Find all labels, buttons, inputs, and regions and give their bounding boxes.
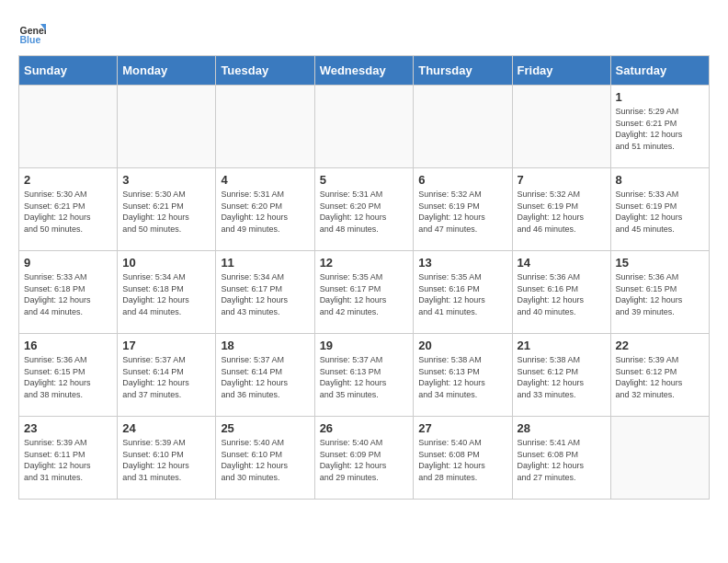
calendar-cell bbox=[118, 86, 216, 168]
calendar-cell: 3Sunrise: 5:30 AM Sunset: 6:21 PM Daylig… bbox=[118, 168, 216, 251]
calendar-cell: 7Sunrise: 5:32 AM Sunset: 6:19 PM Daylig… bbox=[512, 168, 610, 251]
day-info: Sunrise: 5:34 AM Sunset: 6:17 PM Dayligh… bbox=[221, 271, 309, 317]
calendar-cell bbox=[314, 86, 414, 168]
day-info: Sunrise: 5:40 AM Sunset: 6:09 PM Dayligh… bbox=[320, 437, 409, 483]
calendar-table: SundayMondayTuesdayWednesdayThursdayFrid… bbox=[18, 55, 710, 500]
calendar-cell: 17Sunrise: 5:37 AM Sunset: 6:14 PM Dayli… bbox=[118, 334, 216, 417]
calendar-cell bbox=[512, 86, 610, 168]
day-info: Sunrise: 5:36 AM Sunset: 6:15 PM Dayligh… bbox=[616, 271, 704, 317]
column-header-sunday: Sunday bbox=[19, 56, 118, 86]
day-info: Sunrise: 5:36 AM Sunset: 6:16 PM Dayligh… bbox=[518, 271, 606, 317]
calendar-cell bbox=[216, 86, 314, 168]
day-info: Sunrise: 5:30 AM Sunset: 6:21 PM Dayligh… bbox=[122, 189, 210, 235]
calendar-cell: 2Sunrise: 5:30 AM Sunset: 6:21 PM Daylig… bbox=[19, 168, 118, 251]
calendar-header-row: SundayMondayTuesdayWednesdayThursdayFrid… bbox=[19, 56, 710, 86]
calendar-week-1: 2Sunrise: 5:30 AM Sunset: 6:21 PM Daylig… bbox=[19, 168, 710, 251]
calendar-week-0: 1Sunrise: 5:29 AM Sunset: 6:21 PM Daylig… bbox=[19, 86, 710, 168]
day-info: Sunrise: 5:40 AM Sunset: 6:08 PM Dayligh… bbox=[418, 437, 506, 483]
column-header-wednesday: Wednesday bbox=[314, 56, 414, 86]
day-info: Sunrise: 5:30 AM Sunset: 6:21 PM Dayligh… bbox=[24, 189, 112, 235]
day-number: 10 bbox=[122, 256, 210, 270]
day-number: 17 bbox=[122, 339, 210, 352]
column-header-saturday: Saturday bbox=[610, 56, 709, 86]
day-info: Sunrise: 5:36 AM Sunset: 6:15 PM Dayligh… bbox=[24, 354, 112, 400]
day-number: 27 bbox=[418, 421, 506, 435]
day-number: 9 bbox=[24, 256, 112, 270]
day-number: 5 bbox=[320, 173, 409, 187]
calendar-cell: 22Sunrise: 5:39 AM Sunset: 6:12 PM Dayli… bbox=[610, 334, 709, 417]
day-info: Sunrise: 5:40 AM Sunset: 6:10 PM Dayligh… bbox=[221, 437, 309, 483]
calendar-cell: 9Sunrise: 5:33 AM Sunset: 6:18 PM Daylig… bbox=[19, 251, 118, 334]
calendar-cell bbox=[19, 86, 118, 168]
calendar-cell: 13Sunrise: 5:35 AM Sunset: 6:16 PM Dayli… bbox=[414, 251, 512, 334]
calendar-cell: 24Sunrise: 5:39 AM Sunset: 6:10 PM Dayli… bbox=[118, 417, 216, 500]
column-header-thursday: Thursday bbox=[414, 56, 512, 86]
day-info: Sunrise: 5:38 AM Sunset: 6:12 PM Dayligh… bbox=[518, 354, 606, 400]
day-number: 20 bbox=[418, 339, 506, 352]
day-number: 18 bbox=[221, 339, 309, 352]
calendar-cell: 20Sunrise: 5:38 AM Sunset: 6:13 PM Dayli… bbox=[414, 334, 512, 417]
day-number: 24 bbox=[122, 421, 210, 435]
day-info: Sunrise: 5:33 AM Sunset: 6:18 PM Dayligh… bbox=[24, 271, 112, 317]
calendar-cell: 27Sunrise: 5:40 AM Sunset: 6:08 PM Dayli… bbox=[414, 417, 512, 500]
day-number: 16 bbox=[24, 339, 112, 352]
day-info: Sunrise: 5:32 AM Sunset: 6:19 PM Dayligh… bbox=[518, 189, 606, 235]
logo-icon: General Blue bbox=[18, 18, 46, 46]
day-number: 26 bbox=[320, 421, 409, 435]
calendar-cell: 25Sunrise: 5:40 AM Sunset: 6:10 PM Dayli… bbox=[216, 417, 314, 500]
day-info: Sunrise: 5:35 AM Sunset: 6:16 PM Dayligh… bbox=[418, 271, 506, 317]
day-number: 1 bbox=[616, 90, 704, 104]
day-info: Sunrise: 5:41 AM Sunset: 6:08 PM Dayligh… bbox=[518, 437, 606, 483]
day-number: 8 bbox=[616, 173, 704, 187]
calendar-cell bbox=[414, 86, 512, 168]
calendar-cell: 16Sunrise: 5:36 AM Sunset: 6:15 PM Dayli… bbox=[19, 334, 118, 417]
calendar-cell: 18Sunrise: 5:37 AM Sunset: 6:14 PM Dayli… bbox=[216, 334, 314, 417]
day-number: 4 bbox=[221, 173, 309, 187]
day-number: 15 bbox=[616, 256, 704, 270]
calendar-cell: 8Sunrise: 5:33 AM Sunset: 6:19 PM Daylig… bbox=[610, 168, 709, 251]
day-info: Sunrise: 5:37 AM Sunset: 6:14 PM Dayligh… bbox=[122, 354, 210, 400]
calendar-cell: 28Sunrise: 5:41 AM Sunset: 6:08 PM Dayli… bbox=[512, 417, 610, 500]
day-info: Sunrise: 5:32 AM Sunset: 6:19 PM Dayligh… bbox=[418, 189, 506, 235]
svg-text:Blue: Blue bbox=[20, 34, 41, 45]
column-header-tuesday: Tuesday bbox=[216, 56, 314, 86]
day-number: 23 bbox=[24, 421, 112, 435]
calendar-cell: 26Sunrise: 5:40 AM Sunset: 6:09 PM Dayli… bbox=[314, 417, 414, 500]
day-number: 19 bbox=[320, 339, 409, 352]
day-info: Sunrise: 5:31 AM Sunset: 6:20 PM Dayligh… bbox=[320, 189, 409, 235]
day-info: Sunrise: 5:39 AM Sunset: 6:11 PM Dayligh… bbox=[24, 437, 112, 483]
calendar-week-4: 23Sunrise: 5:39 AM Sunset: 6:11 PM Dayli… bbox=[19, 417, 710, 500]
calendar-cell: 15Sunrise: 5:36 AM Sunset: 6:15 PM Dayli… bbox=[610, 251, 709, 334]
day-info: Sunrise: 5:33 AM Sunset: 6:19 PM Dayligh… bbox=[616, 189, 704, 235]
day-number: 7 bbox=[518, 173, 606, 187]
day-info: Sunrise: 5:29 AM Sunset: 6:21 PM Dayligh… bbox=[616, 106, 704, 152]
page-header: General Blue bbox=[18, 18, 710, 46]
day-number: 6 bbox=[418, 173, 506, 187]
calendar-cell bbox=[610, 417, 709, 500]
day-number: 25 bbox=[221, 421, 309, 435]
calendar-cell: 14Sunrise: 5:36 AM Sunset: 6:16 PM Dayli… bbox=[512, 251, 610, 334]
day-info: Sunrise: 5:39 AM Sunset: 6:10 PM Dayligh… bbox=[122, 437, 210, 483]
calendar-week-2: 9Sunrise: 5:33 AM Sunset: 6:18 PM Daylig… bbox=[19, 251, 710, 334]
calendar-cell: 4Sunrise: 5:31 AM Sunset: 6:20 PM Daylig… bbox=[216, 168, 314, 251]
column-header-friday: Friday bbox=[512, 56, 610, 86]
day-info: Sunrise: 5:34 AM Sunset: 6:18 PM Dayligh… bbox=[122, 271, 210, 317]
day-number: 14 bbox=[518, 256, 606, 270]
day-info: Sunrise: 5:39 AM Sunset: 6:12 PM Dayligh… bbox=[616, 354, 704, 400]
calendar-cell: 10Sunrise: 5:34 AM Sunset: 6:18 PM Dayli… bbox=[118, 251, 216, 334]
calendar-cell: 19Sunrise: 5:37 AM Sunset: 6:13 PM Dayli… bbox=[314, 334, 414, 417]
calendar-cell: 6Sunrise: 5:32 AM Sunset: 6:19 PM Daylig… bbox=[414, 168, 512, 251]
day-number: 11 bbox=[221, 256, 309, 270]
calendar-cell: 12Sunrise: 5:35 AM Sunset: 6:17 PM Dayli… bbox=[314, 251, 414, 334]
day-number: 22 bbox=[616, 339, 704, 352]
column-header-monday: Monday bbox=[118, 56, 216, 86]
day-info: Sunrise: 5:37 AM Sunset: 6:13 PM Dayligh… bbox=[320, 354, 409, 400]
logo: General Blue bbox=[18, 18, 50, 46]
calendar-week-3: 16Sunrise: 5:36 AM Sunset: 6:15 PM Dayli… bbox=[19, 334, 710, 417]
day-number: 2 bbox=[24, 173, 112, 187]
day-number: 13 bbox=[418, 256, 506, 270]
day-info: Sunrise: 5:37 AM Sunset: 6:14 PM Dayligh… bbox=[221, 354, 309, 400]
day-number: 28 bbox=[518, 421, 606, 435]
calendar-cell: 23Sunrise: 5:39 AM Sunset: 6:11 PM Dayli… bbox=[19, 417, 118, 500]
calendar-cell: 11Sunrise: 5:34 AM Sunset: 6:17 PM Dayli… bbox=[216, 251, 314, 334]
